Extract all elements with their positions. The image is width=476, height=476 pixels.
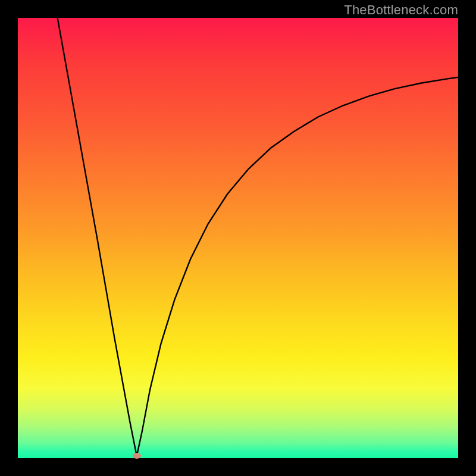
plot-area	[18, 18, 458, 458]
bottleneck-curve	[58, 18, 458, 456]
curve-layer	[18, 18, 458, 458]
chart-frame: TheBottleneck.com	[0, 0, 476, 476]
watermark-text: TheBottleneck.com	[344, 2, 458, 18]
minimum-marker	[133, 453, 141, 459]
